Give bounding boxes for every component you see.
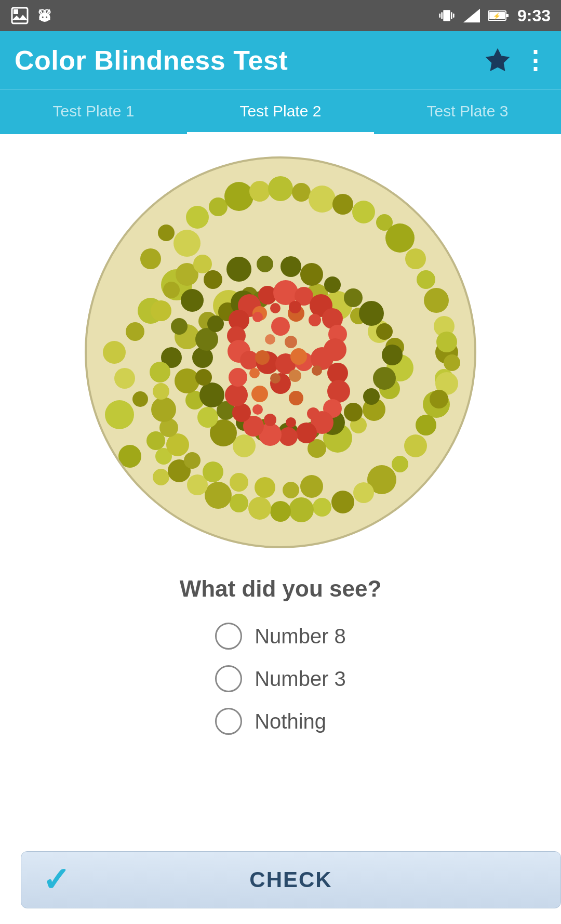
svg-rect-1 [14, 9, 18, 14]
svg-point-58 [392, 456, 408, 472]
svg-rect-8 [39, 17, 41, 21]
svg-point-88 [197, 407, 218, 428]
svg-point-105 [363, 388, 380, 405]
svg-point-39 [209, 197, 228, 216]
svg-point-49 [405, 248, 426, 269]
svg-point-42 [268, 176, 293, 201]
svg-point-106 [344, 403, 363, 421]
svg-point-86 [233, 434, 256, 457]
svg-point-141 [296, 423, 317, 443]
svg-point-169 [184, 452, 201, 469]
svg-point-175 [265, 334, 275, 345]
svg-point-186 [289, 301, 301, 313]
svg-point-183 [252, 404, 263, 415]
svg-point-180 [312, 365, 322, 376]
svg-point-97 [280, 256, 301, 277]
svg-point-45 [332, 194, 353, 215]
svg-point-188 [309, 314, 321, 326]
svg-point-154 [255, 350, 270, 365]
svg-point-44 [309, 186, 336, 213]
tab-plate-1[interactable]: Test Plate 1 [0, 90, 187, 134]
svg-point-178 [289, 369, 301, 382]
svg-point-48 [385, 223, 415, 253]
option-number8[interactable]: Number 8 [215, 623, 346, 650]
check-button-label: CHECK [249, 867, 332, 892]
svg-point-62 [313, 498, 331, 517]
svg-point-176 [285, 336, 297, 348]
check-button[interactable]: ✓ CHECK [21, 851, 561, 908]
svg-point-184 [307, 407, 319, 420]
tab-plate-2[interactable]: Test Plate 2 [187, 90, 374, 134]
gallery-icon [10, 6, 29, 25]
svg-point-187 [252, 312, 263, 322]
status-bar: ⚡ 9:33 [0, 0, 561, 31]
svg-point-61 [331, 491, 354, 513]
svg-point-155 [290, 348, 307, 365]
svg-point-38 [186, 206, 209, 229]
svg-point-25 [103, 341, 126, 364]
tabs-container: Test Plate 1 Test Plate 2 Test Plate 3 [0, 89, 561, 134]
svg-point-92 [171, 318, 188, 335]
svg-point-157 [163, 282, 180, 298]
svg-rect-14 [451, 12, 452, 19]
star-icon[interactable] [483, 46, 512, 75]
svg-point-104 [373, 367, 396, 390]
svg-point-51 [424, 288, 449, 313]
svg-point-174 [150, 362, 170, 382]
svg-point-165 [283, 482, 299, 498]
check-button-container: ✓ CHECK [21, 851, 561, 908]
svg-point-146 [225, 384, 248, 406]
radio-nothing[interactable] [215, 708, 242, 735]
svg-point-4 [42, 17, 44, 18]
radio-number3[interactable] [215, 665, 242, 692]
svg-point-114 [195, 369, 212, 386]
svg-point-185 [270, 303, 280, 313]
tab-plate-3[interactable]: Test Plate 3 [374, 90, 561, 134]
svg-point-98 [300, 263, 323, 286]
svg-point-161 [444, 354, 460, 371]
svg-point-24 [86, 157, 475, 547]
svg-point-41 [249, 181, 270, 202]
svg-point-43 [292, 183, 311, 202]
svg-point-164 [255, 477, 275, 498]
app-title: Color Blindness Test [15, 45, 473, 76]
option-nothing[interactable]: Nothing [215, 708, 326, 735]
status-time: 9:33 [517, 6, 551, 25]
ishihara-plate [83, 155, 478, 550]
battery-icon: ⚡ [488, 9, 509, 22]
option-number3[interactable]: Number 3 [215, 665, 346, 692]
app-bar: Color Blindness Test ⋮ [0, 31, 561, 89]
svg-marker-2 [12, 15, 28, 21]
svg-rect-9 [49, 17, 50, 21]
more-vert-icon[interactable]: ⋮ [523, 46, 546, 75]
svg-point-99 [324, 276, 341, 293]
svg-point-179 [249, 368, 260, 378]
svg-point-64 [270, 501, 291, 522]
svg-point-160 [436, 332, 457, 352]
svg-point-96 [257, 256, 273, 272]
svg-point-113 [199, 382, 224, 407]
radio-number8[interactable] [215, 623, 242, 650]
svg-point-95 [226, 257, 251, 282]
svg-rect-15 [439, 14, 440, 18]
svg-point-102 [376, 323, 393, 340]
svg-point-60 [353, 482, 374, 503]
svg-point-94 [204, 270, 222, 289]
svg-point-181 [264, 414, 276, 426]
svg-point-36 [173, 230, 201, 257]
svg-marker-17 [463, 9, 480, 23]
svg-point-103 [382, 345, 403, 365]
svg-text:⚡: ⚡ [492, 12, 500, 20]
svg-point-29 [132, 391, 148, 407]
svg-point-63 [289, 497, 314, 522]
svg-point-168 [203, 461, 223, 482]
svg-rect-12 [443, 10, 450, 21]
svg-point-50 [417, 270, 435, 289]
svg-point-67 [205, 482, 232, 509]
signal-icon [463, 7, 480, 24]
status-icons-right: ⚡ 9:33 [438, 6, 551, 25]
svg-point-93 [181, 289, 204, 312]
svg-point-5 [46, 17, 47, 18]
options-list: Number 8 Number 3 Nothing [215, 623, 346, 735]
svg-point-151 [289, 391, 303, 405]
